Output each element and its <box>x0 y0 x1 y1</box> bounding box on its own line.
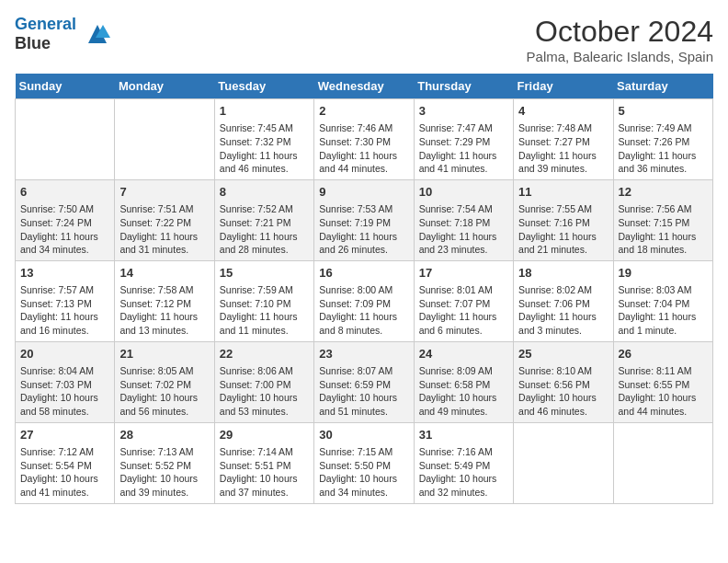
page-header: GeneralBlue October 2024 Palma, Balearic… <box>15 15 713 64</box>
day-cell: 16Sunrise: 8:00 AMSunset: 7:09 PMDayligh… <box>314 260 414 341</box>
day-cell: 31Sunrise: 7:16 AMSunset: 5:49 PMDayligh… <box>414 422 513 503</box>
day-info: Sunrise: 7:54 AMSunset: 7:18 PMDaylight:… <box>419 202 508 257</box>
logo-icon <box>79 17 112 51</box>
day-number: 12 <box>619 184 708 201</box>
day-number: 24 <box>419 346 508 362</box>
day-number: 11 <box>518 184 608 201</box>
day-info: Sunrise: 8:11 AMSunset: 6:55 PMDaylight:… <box>619 364 708 419</box>
week-row-0: 1Sunrise: 7:45 AMSunset: 7:32 PMDaylight… <box>16 99 713 180</box>
day-number: 6 <box>20 184 109 201</box>
week-row-4: 27Sunrise: 7:12 AMSunset: 5:54 PMDayligh… <box>16 422 713 503</box>
day-cell: 30Sunrise: 7:15 AMSunset: 5:50 PMDayligh… <box>314 422 414 503</box>
week-row-3: 20Sunrise: 8:04 AMSunset: 7:03 PMDayligh… <box>16 341 713 422</box>
day-number: 27 <box>20 427 109 443</box>
day-info: Sunrise: 7:46 AMSunset: 7:30 PMDaylight:… <box>319 121 408 176</box>
calendar-table: SundayMondayTuesdayWednesdayThursdayFrid… <box>15 74 713 504</box>
day-cell: 9Sunrise: 7:53 AMSunset: 7:19 PMDaylight… <box>314 179 414 260</box>
day-cell: 13Sunrise: 7:57 AMSunset: 7:13 PMDayligh… <box>16 260 115 341</box>
day-number: 21 <box>119 346 209 362</box>
day-number: 18 <box>518 265 608 282</box>
week-row-1: 6Sunrise: 7:50 AMSunset: 7:24 PMDaylight… <box>16 179 713 260</box>
day-info: Sunrise: 7:49 AMSunset: 7:26 PMDaylight:… <box>619 121 708 176</box>
day-info: Sunrise: 7:48 AMSunset: 7:27 PMDaylight:… <box>518 121 608 176</box>
day-number: 28 <box>119 427 209 443</box>
day-cell: 17Sunrise: 8:01 AMSunset: 7:07 PMDayligh… <box>414 260 513 341</box>
day-cell: 28Sunrise: 7:13 AMSunset: 5:52 PMDayligh… <box>115 422 214 503</box>
day-number: 4 <box>518 103 608 120</box>
day-number: 17 <box>419 265 508 282</box>
day-info: Sunrise: 7:53 AMSunset: 7:19 PMDaylight:… <box>319 202 408 257</box>
day-cell: 21Sunrise: 8:05 AMSunset: 7:02 PMDayligh… <box>115 341 214 422</box>
logo-text: GeneralBlue <box>15 15 76 52</box>
day-number: 22 <box>220 346 309 362</box>
day-number: 2 <box>319 103 408 120</box>
day-cell: 8Sunrise: 7:52 AMSunset: 7:21 PMDaylight… <box>214 179 313 260</box>
day-number: 31 <box>419 427 508 443</box>
day-info: Sunrise: 8:01 AMSunset: 7:07 PMDaylight:… <box>419 283 508 338</box>
day-info: Sunrise: 7:58 AMSunset: 7:12 PMDaylight:… <box>119 283 209 338</box>
title-block: October 2024 Palma, Balearic Islands, Sp… <box>527 15 713 64</box>
day-info: Sunrise: 8:06 AMSunset: 7:00 PMDaylight:… <box>220 364 309 419</box>
day-cell <box>514 422 613 503</box>
day-cell: 22Sunrise: 8:06 AMSunset: 7:00 PMDayligh… <box>214 341 313 422</box>
day-info: Sunrise: 7:51 AMSunset: 7:22 PMDaylight:… <box>119 202 209 257</box>
day-number: 30 <box>319 427 408 443</box>
day-info: Sunrise: 7:13 AMSunset: 5:52 PMDaylight:… <box>119 445 209 500</box>
day-number: 16 <box>319 265 408 282</box>
day-cell: 19Sunrise: 8:03 AMSunset: 7:04 PMDayligh… <box>613 260 712 341</box>
week-row-2: 13Sunrise: 7:57 AMSunset: 7:13 PMDayligh… <box>16 260 713 341</box>
day-number: 15 <box>220 265 309 282</box>
day-cell: 26Sunrise: 8:11 AMSunset: 6:55 PMDayligh… <box>613 341 712 422</box>
day-cell <box>16 99 115 180</box>
day-info: Sunrise: 7:14 AMSunset: 5:51 PMDaylight:… <box>220 445 309 500</box>
day-cell: 27Sunrise: 7:12 AMSunset: 5:54 PMDayligh… <box>16 422 115 503</box>
header-cell-thursday: Thursday <box>414 74 513 99</box>
day-cell: 14Sunrise: 7:58 AMSunset: 7:12 PMDayligh… <box>115 260 214 341</box>
day-info: Sunrise: 7:12 AMSunset: 5:54 PMDaylight:… <box>20 445 109 500</box>
day-cell <box>115 99 214 180</box>
day-info: Sunrise: 8:09 AMSunset: 6:58 PMDaylight:… <box>419 364 508 419</box>
day-number: 20 <box>20 346 109 362</box>
header-row: SundayMondayTuesdayWednesdayThursdayFrid… <box>16 74 713 99</box>
day-number: 13 <box>20 265 109 282</box>
day-cell: 24Sunrise: 8:09 AMSunset: 6:58 PMDayligh… <box>414 341 513 422</box>
day-cell: 11Sunrise: 7:55 AMSunset: 7:16 PMDayligh… <box>514 179 613 260</box>
day-cell: 4Sunrise: 7:48 AMSunset: 7:27 PMDaylight… <box>514 99 613 180</box>
day-info: Sunrise: 7:59 AMSunset: 7:10 PMDaylight:… <box>220 283 309 338</box>
header-cell-monday: Monday <box>115 74 214 99</box>
day-info: Sunrise: 7:50 AMSunset: 7:24 PMDaylight:… <box>20 202 109 257</box>
day-info: Sunrise: 7:47 AMSunset: 7:29 PMDaylight:… <box>419 121 508 176</box>
header-cell-saturday: Saturday <box>613 74 712 99</box>
day-cell: 2Sunrise: 7:46 AMSunset: 7:30 PMDaylight… <box>314 99 414 180</box>
day-info: Sunrise: 7:45 AMSunset: 7:32 PMDaylight:… <box>220 121 309 176</box>
day-number: 26 <box>619 346 708 362</box>
day-cell: 6Sunrise: 7:50 AMSunset: 7:24 PMDaylight… <box>16 179 115 260</box>
day-number: 8 <box>220 184 309 201</box>
day-info: Sunrise: 8:07 AMSunset: 6:59 PMDaylight:… <box>319 364 408 419</box>
day-cell: 15Sunrise: 7:59 AMSunset: 7:10 PMDayligh… <box>214 260 313 341</box>
day-cell: 12Sunrise: 7:56 AMSunset: 7:15 PMDayligh… <box>613 179 712 260</box>
header-cell-tuesday: Tuesday <box>214 74 313 99</box>
day-info: Sunrise: 8:10 AMSunset: 6:56 PMDaylight:… <box>518 364 608 419</box>
day-cell: 10Sunrise: 7:54 AMSunset: 7:18 PMDayligh… <box>414 179 513 260</box>
day-cell: 23Sunrise: 8:07 AMSunset: 6:59 PMDayligh… <box>314 341 414 422</box>
day-info: Sunrise: 7:16 AMSunset: 5:49 PMDaylight:… <box>419 445 508 500</box>
logo: GeneralBlue <box>15 15 112 52</box>
day-info: Sunrise: 8:04 AMSunset: 7:03 PMDaylight:… <box>20 364 109 419</box>
day-number: 10 <box>419 184 508 201</box>
day-cell: 3Sunrise: 7:47 AMSunset: 7:29 PMDaylight… <box>414 99 513 180</box>
day-cell: 1Sunrise: 7:45 AMSunset: 7:32 PMDaylight… <box>214 99 313 180</box>
day-number: 9 <box>319 184 408 201</box>
day-cell <box>613 422 712 503</box>
day-number: 3 <box>419 103 508 120</box>
day-info: Sunrise: 7:15 AMSunset: 5:50 PMDaylight:… <box>319 445 408 500</box>
day-info: Sunrise: 7:52 AMSunset: 7:21 PMDaylight:… <box>220 202 309 257</box>
day-info: Sunrise: 8:00 AMSunset: 7:09 PMDaylight:… <box>319 283 408 338</box>
day-info: Sunrise: 8:02 AMSunset: 7:06 PMDaylight:… <box>518 283 608 338</box>
day-info: Sunrise: 8:05 AMSunset: 7:02 PMDaylight:… <box>119 364 209 419</box>
day-number: 14 <box>119 265 209 282</box>
day-cell: 5Sunrise: 7:49 AMSunset: 7:26 PMDaylight… <box>613 99 712 180</box>
day-number: 23 <box>319 346 408 362</box>
header-cell-friday: Friday <box>514 74 613 99</box>
day-info: Sunrise: 8:03 AMSunset: 7:04 PMDaylight:… <box>619 283 708 338</box>
